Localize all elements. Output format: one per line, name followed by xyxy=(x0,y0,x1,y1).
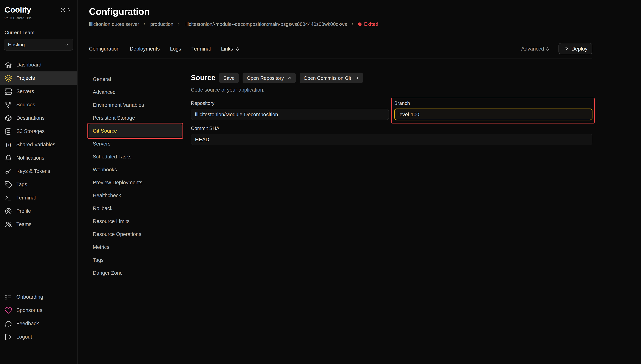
branch-input[interactable]: level-100 xyxy=(394,109,592,120)
team-select-value: Hosting xyxy=(8,42,25,48)
sidebar-item-label: Logout xyxy=(16,334,32,340)
bell-icon xyxy=(5,154,12,162)
tab-logs[interactable]: Logs xyxy=(170,46,181,52)
sidebar-item-s3-storages[interactable]: S3 Storages xyxy=(0,125,77,138)
sidebar: Coolify v4.0.0-beta.399 Current Team Hos… xyxy=(0,0,78,364)
status-badge: Exited xyxy=(358,22,378,27)
sidebar-item-label: S3 Storages xyxy=(16,128,45,134)
key-icon xyxy=(5,167,12,175)
chevron-right-icon xyxy=(143,22,147,26)
commit-sha-input[interactable] xyxy=(191,134,592,145)
tab-terminal[interactable]: Terminal xyxy=(191,46,211,52)
sidebar-item-notifications[interactable]: Notifications xyxy=(0,151,77,164)
panel-head: Source Save Open Repository Open Commits… xyxy=(191,72,592,83)
brand-row: Coolify xyxy=(0,5,77,14)
sidebar-item-label: Sources xyxy=(16,102,35,108)
deploy-button[interactable]: Deploy xyxy=(558,43,592,54)
sidebar-item-keys-tokens[interactable]: Keys & Tokens xyxy=(0,164,77,178)
user-circle-icon xyxy=(5,207,12,215)
open-repository-label: Open Repository xyxy=(247,75,284,81)
save-button[interactable]: Save xyxy=(219,72,239,83)
breadcrumb-application[interactable]: illicitestonion/-module--decomposition:m… xyxy=(184,21,347,27)
subnav-item-advanced[interactable]: Advanced xyxy=(89,86,182,98)
repository-label: Repository xyxy=(191,100,389,106)
logout-icon xyxy=(5,333,12,341)
subnav-item-servers[interactable]: Servers xyxy=(89,137,182,150)
sidebar-item-label: Sponsor us xyxy=(16,308,42,313)
team-select[interactable]: Hosting xyxy=(4,39,73,50)
tabs-row: Configuration Deployments Logs Terminal … xyxy=(89,43,592,59)
subnav-item-general[interactable]: General xyxy=(89,72,182,86)
sidebar-item-shared-variables[interactable]: (x) Shared Variables xyxy=(0,138,77,151)
chevron-down-icon xyxy=(64,42,69,47)
external-link-icon xyxy=(354,76,359,80)
settings-subnav: General Advanced Environment Variables P… xyxy=(89,72,191,364)
chevrons-up-down-icon xyxy=(235,46,240,51)
subnav-item-webhooks[interactable]: Webhooks xyxy=(89,163,182,176)
users-icon xyxy=(5,220,12,228)
subnav-item-preview-deployments[interactable]: Preview Deployments xyxy=(89,176,182,189)
tab-deployments[interactable]: Deployments xyxy=(130,46,160,52)
subnav-item-git-source[interactable]: Git Source xyxy=(89,124,182,137)
sidebar-item-sponsor-us[interactable]: Sponsor us xyxy=(0,304,77,317)
sidebar-item-label: Feedback xyxy=(16,321,39,326)
sidebar-item-profile[interactable]: Profile xyxy=(0,204,77,218)
sidebar-item-label: Onboarding xyxy=(16,294,43,300)
sidebar-item-servers[interactable]: Servers xyxy=(0,85,77,98)
subnav-item-rollback[interactable]: Rollback xyxy=(89,202,182,215)
sidebar-nav: Dashboard Projects Servers Sources Desti… xyxy=(0,58,77,231)
breadcrumb-project[interactable]: illicitonion quote server xyxy=(89,21,139,27)
advanced-menu[interactable]: Advanced xyxy=(521,46,550,52)
server-icon xyxy=(5,88,12,95)
open-commits-label: Open Commits on Git xyxy=(304,75,351,81)
heart-icon xyxy=(5,306,12,314)
sidebar-item-destinations[interactable]: Destinations xyxy=(0,111,77,125)
status-text: Exited xyxy=(364,22,378,27)
app-root: Coolify v4.0.0-beta.399 Current Team Hos… xyxy=(0,0,641,364)
sidebar-item-label: Notifications xyxy=(16,155,44,161)
external-link-icon xyxy=(287,76,291,80)
sidebar-item-dashboard[interactable]: Dashboard xyxy=(0,58,77,72)
sidebar-item-label: Servers xyxy=(16,88,34,94)
sidebar-item-logout[interactable]: Logout xyxy=(0,330,77,344)
sidebar-item-sources[interactable]: Sources xyxy=(0,98,77,111)
theme-toggle[interactable] xyxy=(60,7,71,13)
checklist-icon xyxy=(5,293,12,301)
database-icon xyxy=(5,128,12,135)
sidebar-item-label: Shared Variables xyxy=(16,142,55,148)
tab-links[interactable]: Links xyxy=(221,46,240,52)
open-repository-button[interactable]: Open Repository xyxy=(243,72,296,83)
tab-label: Terminal xyxy=(191,46,211,52)
subnav-item-resource-limits[interactable]: Resource Limits xyxy=(89,215,182,228)
app-logo[interactable]: Coolify xyxy=(5,5,31,14)
subnav-item-metrics[interactable]: Metrics xyxy=(89,240,182,254)
play-icon xyxy=(563,46,569,51)
chevrons-up-down-icon xyxy=(545,46,550,51)
subnav-item-tags[interactable]: Tags xyxy=(89,254,182,266)
sidebar-item-label: Profile xyxy=(16,208,31,214)
message-icon xyxy=(5,320,12,327)
tab-label: Logs xyxy=(170,46,181,52)
open-commits-button[interactable]: Open Commits on Git xyxy=(299,72,363,83)
sidebar-item-teams[interactable]: Teams xyxy=(0,218,77,231)
subnav-item-healthcheck[interactable]: Healthcheck xyxy=(89,189,182,202)
breadcrumb-environment[interactable]: production xyxy=(150,21,173,27)
sidebar-item-onboarding[interactable]: Onboarding xyxy=(0,290,77,304)
chevron-right-icon xyxy=(350,22,355,26)
subnav-item-scheduled-tasks[interactable]: Scheduled Tasks xyxy=(89,150,182,163)
subnav-item-danger-zone[interactable]: Danger Zone xyxy=(89,266,182,279)
sidebar-item-projects[interactable]: Projects xyxy=(0,72,77,85)
subnav-item-persistent-storage[interactable]: Persistent Storage xyxy=(89,111,182,124)
repository-input[interactable] xyxy=(191,109,389,120)
commit-sha-label: Commit SHA xyxy=(191,126,592,131)
sidebar-item-feedback[interactable]: Feedback xyxy=(0,317,77,330)
save-label: Save xyxy=(223,75,235,81)
main-content: Configuration illicitonion quote server … xyxy=(78,0,641,364)
sidebar-item-terminal[interactable]: Terminal xyxy=(0,191,77,204)
subnav-item-resource-operations[interactable]: Resource Operations xyxy=(89,228,182,240)
sidebar-item-tags[interactable]: Tags xyxy=(0,178,77,191)
tab-configuration[interactable]: Configuration xyxy=(89,46,120,52)
panel-title: Source xyxy=(191,74,215,82)
subnav-item-environment-variables[interactable]: Environment Variables xyxy=(89,98,182,111)
sun-icon xyxy=(60,7,66,13)
